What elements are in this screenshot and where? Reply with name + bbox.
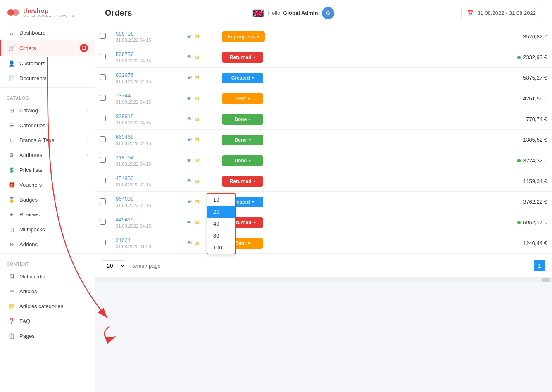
order-id[interactable]: 596756: [116, 31, 177, 37]
order-status-cell: Sent ▾: [217, 88, 300, 109]
order-id[interactable]: 449419: [116, 216, 177, 223]
user-avatar[interactable]: G: [322, 7, 334, 19]
row-checkbox[interactable]: [100, 54, 106, 59]
per-page-option-100[interactable]: 100: [207, 242, 235, 254]
edit-icon[interactable]: ✉: [195, 199, 199, 205]
date-range-filter[interactable]: 📅 31.08.2022 - 31.08.2022: [461, 7, 542, 19]
row-checkbox[interactable]: [100, 178, 106, 183]
status-button-done[interactable]: Done ▾: [222, 155, 263, 166]
view-icon[interactable]: 👁: [187, 33, 192, 40]
status-button-done[interactable]: Done ▾: [222, 114, 263, 125]
orders-badge: 11: [80, 44, 88, 52]
sidebar-item-faq[interactable]: ❓ FAQ: [0, 314, 95, 328]
status-button-in-progress[interactable]: In progress ▾: [222, 31, 264, 42]
view-icon[interactable]: 👁: [187, 199, 192, 205]
view-icon[interactable]: 👁: [187, 75, 192, 81]
sidebar-label-pages: Pages: [19, 333, 88, 339]
edit-icon[interactable]: ✉: [195, 219, 199, 226]
order-amount-cell: 770,74 €: [490, 109, 552, 130]
status-button-done[interactable]: Done ▾: [222, 135, 263, 145]
status-button-returned[interactable]: Returned ▾: [222, 176, 263, 187]
row-checkbox[interactable]: [100, 74, 106, 80]
page-1-button[interactable]: 1: [534, 260, 545, 271]
row-checkbox[interactable]: [100, 116, 106, 121]
per-page-option-10[interactable]: 10: [207, 194, 235, 206]
sidebar-item-catalog[interactable]: ⊞ Catalog ›: [0, 103, 95, 118]
order-id-cell: 660468 31.08.2022 04:15: [111, 130, 182, 150]
view-icon[interactable]: 👁: [187, 137, 192, 143]
svg-point-1: [12, 9, 19, 16]
view-icon[interactable]: 👁: [187, 219, 192, 226]
edit-icon[interactable]: ✉: [195, 240, 199, 246]
row-checkbox[interactable]: [100, 240, 106, 245]
sidebar-item-orders[interactable]: 🛒 Orders 11: [0, 40, 95, 56]
view-icon[interactable]: 👁: [187, 178, 192, 184]
edit-icon[interactable]: ✉: [195, 178, 199, 184]
horizontal-scrollbar[interactable]: [95, 277, 552, 282]
row-checkbox[interactable]: [100, 219, 106, 225]
order-id[interactable]: 21624: [116, 237, 177, 243]
status-button-returned[interactable]: Returned ▾: [222, 52, 263, 63]
order-id[interactable]: 596756: [116, 51, 177, 57]
order-id[interactable]: 832976: [116, 72, 177, 78]
chevron-down-icon: ▾: [249, 117, 251, 121]
order-id[interactable]: 73744: [116, 93, 177, 99]
edit-icon[interactable]: ✉: [195, 95, 199, 102]
edit-icon[interactable]: ✉: [195, 33, 199, 40]
empty-cell-1: [300, 150, 382, 171]
status-button-sent[interactable]: Sent ▾: [222, 93, 263, 104]
row-checkbox[interactable]: [100, 95, 106, 101]
sidebar-item-attributes[interactable]: ⚙ Attributes ›: [0, 147, 95, 162]
sidebar-item-multimedia[interactable]: 🖼 Multimedia: [0, 269, 95, 284]
sidebar-item-brands-tags[interactable]: 🏷 Brands & Tags ›: [0, 133, 95, 147]
view-icon[interactable]: 👁: [187, 116, 192, 122]
sidebar-item-badges[interactable]: 🏅 Badges: [0, 192, 95, 207]
status-button-created[interactable]: Created ▾: [222, 73, 263, 83]
view-icon[interactable]: 👁: [187, 54, 192, 60]
sidebar-item-documents[interactable]: 📄 Documents: [0, 71, 95, 86]
pricetag-icon: 💲: [8, 166, 15, 173]
row-checkbox[interactable]: [100, 157, 106, 163]
sidebar-item-articles[interactable]: ✏ Articles: [0, 284, 95, 299]
row-checkbox[interactable]: [100, 136, 106, 142]
empty-cell-3: [465, 212, 490, 233]
sidebar-item-multipacks[interactable]: ◫ Multipacks: [0, 222, 95, 237]
edit-icon[interactable]: ✉: [195, 157, 199, 164]
row-checkbox-cell: [95, 150, 111, 171]
edit-icon[interactable]: ✉: [195, 137, 199, 143]
chevron-down-icon: ▾: [257, 35, 259, 39]
svg-rect-10: [253, 12, 263, 14]
sidebar-item-addons[interactable]: ⊕ Addons: [0, 237, 95, 252]
sidebar-label-customers: Customers: [19, 60, 88, 67]
sidebar-item-dashboard[interactable]: ⌂ Dashboard: [0, 25, 95, 40]
edit-icon[interactable]: ✉: [195, 75, 199, 81]
edit-icon[interactable]: ✉: [195, 116, 199, 122]
view-icon[interactable]: 👁: [187, 240, 192, 246]
sliders-icon: ⚙: [8, 151, 15, 159]
sidebar-item-reviews[interactable]: ★ Reviews: [0, 207, 95, 222]
order-id[interactable]: 454930: [116, 175, 177, 181]
empty-cell-2: [382, 68, 465, 88]
per-page-option-20[interactable]: 20: [207, 206, 235, 218]
edit-icon[interactable]: ✉: [195, 54, 199, 60]
order-amount: 5952,17 €: [495, 219, 547, 226]
per-page-option-80[interactable]: 80: [207, 230, 235, 242]
row-checkbox[interactable]: [100, 33, 106, 39]
sidebar-item-vouchers[interactable]: 🎁 Vouchers: [0, 177, 95, 192]
row-checkbox[interactable]: [100, 198, 106, 204]
order-id[interactable]: 660468: [116, 134, 177, 140]
view-icon[interactable]: 👁: [187, 95, 192, 102]
sidebar-item-price-lists[interactable]: 💲 Price lists: [0, 162, 95, 177]
per-page-select[interactable]: 10 20 40 80 100: [102, 260, 126, 271]
sidebar-item-articles-categories[interactable]: 📁 Articles categories: [0, 299, 95, 314]
order-id[interactable]: 118794: [116, 154, 177, 161]
paid-indicator: [517, 221, 521, 224]
sidebar-item-pages[interactable]: 📋 Pages: [0, 328, 95, 343]
sidebar-item-customers[interactable]: 👤 Customers: [0, 56, 95, 71]
sidebar-item-categories[interactable]: ☰ Categories: [0, 118, 95, 133]
empty-cell-2: [382, 47, 465, 68]
order-id[interactable]: 929918: [116, 113, 177, 119]
order-id[interactable]: 964038: [116, 196, 177, 202]
view-icon[interactable]: 👁: [187, 157, 192, 164]
per-page-option-40[interactable]: 40: [207, 218, 235, 230]
